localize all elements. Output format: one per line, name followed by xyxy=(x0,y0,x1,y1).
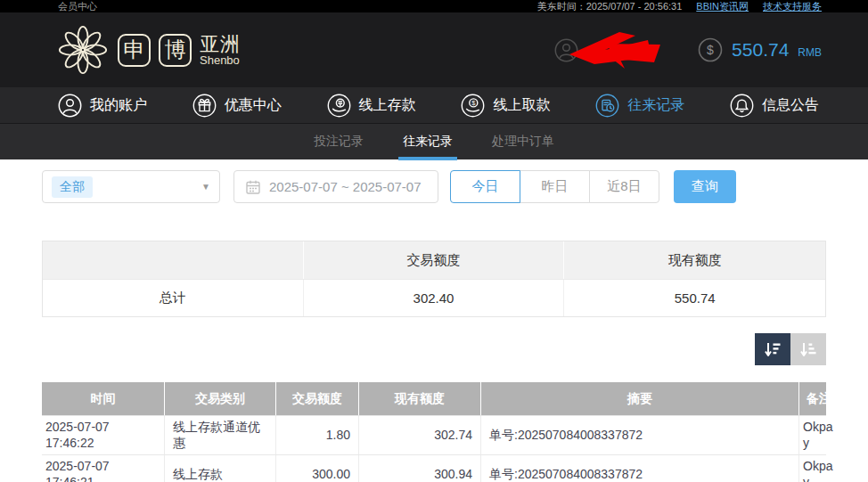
tab-pending-orders[interactable]: 处理中订单 xyxy=(487,124,559,160)
balance-display: $ 550.74 RMB xyxy=(698,37,822,62)
last-8-days-button[interactable]: 近8日 xyxy=(589,170,659,203)
main-nav: 我的账户 优惠中心 线上存款 $ 线上取款 xyxy=(0,87,868,123)
bbin-news-link[interactable]: BBIN资讯网 xyxy=(696,0,749,13)
sub-nav: 投注记录 往来记录 处理中订单 xyxy=(0,123,868,159)
yesterday-button[interactable]: 昨日 xyxy=(520,170,590,203)
col-header-summary: 摘要 xyxy=(481,382,799,415)
cell-note: Okpay xyxy=(799,455,839,482)
flower-logo-icon xyxy=(58,25,108,75)
records-icon xyxy=(595,94,619,118)
sort-controls xyxy=(42,333,826,365)
nav-label: 我的账户 xyxy=(90,96,147,115)
svg-text:$: $ xyxy=(707,43,714,57)
nav-label: 往来记录 xyxy=(627,96,684,115)
site-header: 申 博 亚洲 Shenbo xyxy=(0,12,868,87)
nav-label: 线上存款 xyxy=(359,96,416,115)
gift-icon xyxy=(192,94,217,118)
summary-header-empty xyxy=(43,241,304,279)
chevron-down-icon: ▼ xyxy=(201,182,210,192)
cell-summary: 单号:202507084008337872 xyxy=(481,416,799,454)
nav-label: 线上取款 xyxy=(493,96,550,115)
redacted-username-scribble xyxy=(568,28,664,69)
selected-category-tag: 全部 xyxy=(52,176,93,198)
bell-icon xyxy=(730,94,754,118)
dollar-circle-icon: $ xyxy=(698,37,723,62)
date-range-value: 2025-07-07 ~ 2025-07-07 xyxy=(269,179,422,194)
cell-summary: 单号:202507084008337872 xyxy=(481,455,799,482)
top-bar: 会员中心 美东时间：2025/07/07 - 20:56:31 BBIN资讯网 … xyxy=(0,0,868,12)
tech-support-link[interactable]: 技术支持服务 xyxy=(763,0,822,13)
col-header-note: 备注 xyxy=(799,382,839,415)
date-range-input[interactable]: 2025-07-07 ~ 2025-07-07 xyxy=(233,170,438,203)
cell-balance: 302.74 xyxy=(359,416,481,454)
nav-label: 优惠中心 xyxy=(225,96,282,115)
cell-balance: 300.94 xyxy=(359,455,481,482)
user-icon xyxy=(58,94,82,118)
sort-ascending-button[interactable] xyxy=(790,333,826,365)
col-header-amount: 交易额度 xyxy=(276,382,359,415)
nav-item-online-withdrawal[interactable]: $ 线上取款 xyxy=(461,94,550,118)
cell-amount: 300.00 xyxy=(276,455,359,482)
col-header-balance: 现有额度 xyxy=(359,382,481,415)
search-button[interactable]: 查询 xyxy=(674,170,736,203)
records-table: 时间 交易类别 交易额度 现有额度 摘要 备注 2025-07-07 17:46… xyxy=(42,382,826,482)
logo-char-bo: 博 xyxy=(159,34,192,67)
deposit-icon xyxy=(327,94,351,118)
nav-item-announcements[interactable]: 信息公告 xyxy=(730,94,819,118)
cell-note: Okpay xyxy=(799,416,839,454)
table-row: 2025-07-07 17:46:22 线上存款通道优惠 1.80 302.74… xyxy=(42,415,826,454)
filter-row: 全部 ▼ 2025-07-07 ~ 2025-07-07 今日 昨日 近8日 查… xyxy=(42,170,826,203)
category-select[interactable]: 全部 ▼ xyxy=(42,170,220,203)
logo-char-shen: 申 xyxy=(118,34,151,67)
summary-header-transaction: 交易额度 xyxy=(304,241,565,279)
summary-total-transaction: 302.40 xyxy=(304,280,565,316)
nav-item-my-account[interactable]: 我的账户 xyxy=(58,94,147,118)
shenbo-logo[interactable]: 申 博 亚洲 Shenbo xyxy=(58,25,241,75)
balance-currency: RMB xyxy=(798,41,822,59)
sort-ascending-icon xyxy=(798,339,818,359)
col-header-time: 时间 xyxy=(42,382,165,415)
eastern-time-label: 美东时间：2025/07/07 - 20:56:31 xyxy=(537,0,683,13)
nav-label: 信息公告 xyxy=(762,96,819,115)
summary-header-balance: 现有额度 xyxy=(564,241,825,279)
summary-table: 交易额度 现有额度 总计 302.40 550.74 xyxy=(42,241,826,317)
balance-amount: 550.74 xyxy=(732,39,789,61)
summary-total-label: 总计 xyxy=(43,280,304,316)
member-center-label: 会员中心 xyxy=(58,0,97,13)
cell-time: 2025-07-07 17:46:21 xyxy=(42,455,165,482)
sort-descending-button[interactable] xyxy=(755,333,790,365)
nav-item-online-deposit[interactable]: 线上存款 xyxy=(327,94,416,118)
cell-type: 线上存款通道优惠 xyxy=(165,416,276,454)
cell-time: 2025-07-07 17:46:22 xyxy=(42,416,165,454)
logo-region-label: 亚洲 xyxy=(200,34,241,54)
tab-betting-records[interactable]: 投注记录 xyxy=(309,124,368,160)
quick-range-group: 今日 昨日 近8日 xyxy=(450,170,659,203)
cell-type: 线上存款 xyxy=(165,455,276,482)
sort-descending-icon xyxy=(763,339,782,359)
withdraw-icon: $ xyxy=(461,94,485,118)
summary-total-balance: 550.74 xyxy=(564,280,825,316)
logo-subtitle: Shenbo xyxy=(200,54,241,67)
cell-amount: 1.80 xyxy=(276,416,359,454)
table-row: 2025-07-07 17:46:21 线上存款 300.00 300.94 单… xyxy=(42,454,826,482)
content-area: 全部 ▼ 2025-07-07 ~ 2025-07-07 今日 昨日 近8日 查… xyxy=(0,159,868,482)
user-account-area[interactable] xyxy=(554,28,664,72)
today-button[interactable]: 今日 xyxy=(450,170,520,203)
calendar-icon xyxy=(245,179,261,195)
records-table-header: 时间 交易类别 交易额度 现有额度 摘要 备注 xyxy=(42,382,826,415)
nav-item-promotions[interactable]: 优惠中心 xyxy=(192,94,282,118)
nav-item-transaction-records[interactable]: 往来记录 xyxy=(595,94,684,118)
col-header-type: 交易类别 xyxy=(165,382,276,415)
tab-transaction-records[interactable]: 往来记录 xyxy=(398,124,457,160)
